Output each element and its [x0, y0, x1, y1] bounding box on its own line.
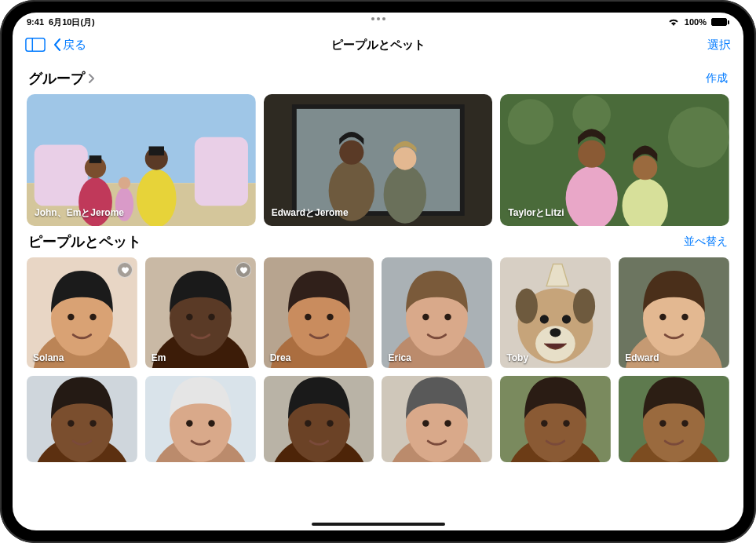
- select-button[interactable]: 選択: [707, 38, 731, 53]
- svg-rect-8: [89, 155, 102, 163]
- person-card[interactable]: [27, 376, 137, 462]
- svg-point-47: [423, 314, 429, 320]
- wifi-icon: [667, 17, 680, 27]
- svg-point-72: [208, 420, 214, 426]
- person-photo: [382, 257, 492, 368]
- svg-point-38: [208, 314, 214, 320]
- home-indicator[interactable]: [312, 523, 445, 526]
- svg-point-57: [550, 328, 561, 337]
- svg-point-48: [445, 314, 451, 320]
- svg-point-23: [668, 107, 729, 168]
- groups-title-button[interactable]: グループ: [28, 69, 94, 88]
- svg-point-32: [68, 314, 74, 320]
- svg-point-62: [681, 314, 688, 320]
- svg-rect-11: [149, 146, 164, 155]
- group-label: TaylorとLitzi: [508, 206, 564, 220]
- sidebar-toggle-button[interactable]: [25, 37, 46, 53]
- svg-point-82: [445, 420, 451, 426]
- groups-row: John、EmとJerome EdwardとJerome: [27, 94, 729, 226]
- svg-point-26: [579, 140, 606, 168]
- people-grid: Solana Em Drea: [27, 257, 729, 462]
- group-card[interactable]: TaylorとLitzi: [500, 94, 729, 226]
- battery-percentage: 100%: [685, 17, 707, 27]
- status-bar: 9:41 6月10日(月) 100%: [13, 13, 743, 30]
- svg-point-28: [634, 155, 658, 180]
- people-section-header: ピープルとペット 並べ替え: [28, 232, 728, 251]
- battery-icon: [711, 18, 729, 26]
- svg-point-61: [659, 314, 666, 320]
- nav-bar: 戻る ピープルとペット 選択: [13, 30, 743, 60]
- person-label: Edward: [625, 352, 659, 363]
- svg-point-18: [339, 140, 363, 165]
- person-card[interactable]: [382, 376, 492, 462]
- favorite-badge: [236, 262, 251, 278]
- svg-point-53: [516, 288, 538, 323]
- svg-rect-5: [195, 137, 248, 206]
- person-photo: [500, 257, 611, 368]
- heart-icon: [239, 265, 248, 275]
- status-date: 6月10日(月): [49, 16, 95, 28]
- svg-point-55: [540, 315, 549, 323]
- person-label: Erica: [388, 352, 411, 363]
- person-card[interactable]: [500, 376, 611, 462]
- groups-section-header: グループ 作成: [28, 69, 728, 88]
- person-photo: [145, 376, 256, 462]
- svg-point-33: [89, 314, 96, 320]
- svg-point-42: [305, 314, 311, 320]
- svg-point-66: [68, 420, 74, 426]
- back-button[interactable]: 戻る: [53, 38, 86, 53]
- svg-point-86: [541, 420, 547, 426]
- group-card[interactable]: EdwardとJerome: [264, 94, 493, 226]
- svg-point-22: [508, 99, 553, 144]
- person-card[interactable]: Drea: [264, 257, 374, 368]
- person-card[interactable]: [619, 376, 729, 462]
- person-photo: [619, 376, 729, 462]
- person-photo: [27, 376, 137, 462]
- person-card[interactable]: Erica: [382, 257, 492, 368]
- svg-point-24: [573, 95, 612, 133]
- person-card[interactable]: [145, 376, 256, 462]
- person-card[interactable]: Toby: [500, 257, 611, 368]
- svg-point-9: [137, 169, 177, 226]
- person-photo: [500, 376, 611, 462]
- svg-point-67: [89, 420, 96, 426]
- person-label: Solana: [33, 352, 64, 363]
- person-card[interactable]: Em: [145, 257, 256, 368]
- person-card[interactable]: [264, 376, 374, 462]
- heart-icon: [120, 265, 130, 275]
- people-sort-button[interactable]: 並べ替え: [684, 235, 728, 249]
- favorite-badge: [117, 262, 133, 278]
- person-card[interactable]: Edward: [619, 257, 729, 368]
- svg-rect-0: [26, 38, 45, 52]
- person-photo: [619, 257, 729, 368]
- svg-point-43: [327, 314, 333, 320]
- groups-title: グループ: [28, 69, 85, 88]
- device-frame: 9:41 6月10日(月) 100%: [0, 0, 756, 543]
- group-card[interactable]: John、EmとJerome: [27, 94, 256, 226]
- person-label: Em: [152, 352, 166, 363]
- svg-point-37: [186, 314, 192, 320]
- svg-point-91: [659, 420, 666, 426]
- person-label: Drea: [270, 352, 291, 363]
- person-photo: [382, 376, 492, 462]
- content-scroll[interactable]: グループ 作成: [13, 60, 743, 530]
- svg-point-54: [573, 288, 595, 323]
- svg-point-13: [119, 177, 131, 189]
- svg-point-87: [564, 420, 570, 426]
- chevron-right-icon: [88, 74, 94, 83]
- people-title: ピープルとペット: [28, 232, 141, 251]
- svg-point-92: [681, 420, 688, 426]
- screen: 9:41 6月10日(月) 100%: [13, 13, 743, 530]
- multitask-dots[interactable]: [371, 17, 385, 20]
- person-label: Toby: [506, 352, 528, 363]
- person-card[interactable]: Solana: [27, 257, 137, 368]
- person-photo: [264, 376, 374, 462]
- svg-point-20: [393, 147, 416, 169]
- groups-create-button[interactable]: 作成: [706, 71, 728, 86]
- svg-rect-15: [294, 107, 462, 213]
- svg-point-77: [327, 420, 333, 426]
- page-title: ピープルとペット: [331, 38, 425, 53]
- svg-point-56: [562, 315, 571, 323]
- group-label: John、EmとJerome: [35, 206, 124, 220]
- back-label: 戻る: [63, 38, 86, 53]
